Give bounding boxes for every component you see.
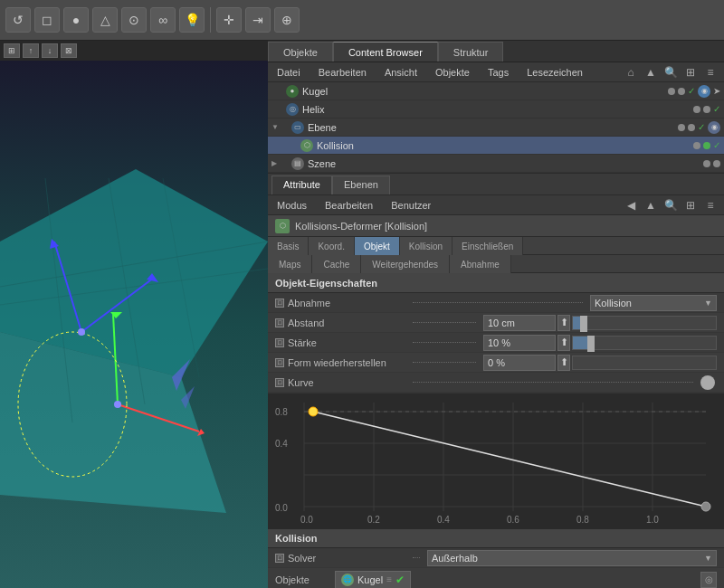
viewport[interactable]: ⊞ ↑ ↓ ⊠ bbox=[0, 41, 268, 588]
form-stepper[interactable]: ⬆ bbox=[557, 355, 570, 371]
tab-struktur[interactable]: Struktur bbox=[438, 42, 504, 62]
attr-nav-back[interactable]: ◀ bbox=[623, 198, 639, 213]
menu-bearbeiten[interactable]: Bearbeiten bbox=[315, 65, 370, 80]
kugel-object-tag[interactable]: 🌐 Kugel ≡ ✔ bbox=[335, 571, 411, 589]
ebene-dot2[interactable] bbox=[688, 124, 695, 131]
curve-canvas[interactable]: 0.8 0.4 0.0 0.0 0.2 0.4 0.6 0.8 1.0 bbox=[268, 393, 724, 528]
abstand-checkbox[interactable]: □ bbox=[275, 318, 284, 327]
toolbar-light-icon[interactable]: 💡 bbox=[179, 7, 205, 33]
helix-dot1[interactable] bbox=[693, 106, 700, 113]
menu-up-icon[interactable]: ▲ bbox=[643, 65, 659, 80]
attr-menu-modus[interactable]: Modus bbox=[273, 198, 310, 213]
form-slider[interactable] bbox=[572, 356, 717, 370]
staerke-checkbox[interactable]: □ bbox=[275, 338, 284, 347]
tab-attribute[interactable]: Attribute bbox=[272, 175, 332, 194]
solver-checkbox[interactable]: □ bbox=[275, 554, 284, 563]
prop-tab-objekt[interactable]: Objekt bbox=[355, 237, 400, 255]
toolbar-nav-icon[interactable]: ⊕ bbox=[274, 7, 300, 33]
abstand-input[interactable]: 10 cm bbox=[483, 315, 556, 331]
toolbar-move-icon[interactable]: ✛ bbox=[216, 7, 242, 33]
helix-dot2[interactable] bbox=[703, 106, 710, 113]
ebene-collapse-icon[interactable]: ▼ bbox=[272, 123, 279, 131]
ebene-check[interactable]: ✓ bbox=[698, 122, 705, 132]
attr-menu-benutzer[interactable]: Benutzer bbox=[387, 198, 434, 213]
obj-row-kugel[interactable]: ● Kugel ✓ ◉ ➤ bbox=[268, 82, 724, 100]
kollision-dot1[interactable] bbox=[693, 142, 700, 149]
tab-content-browser[interactable]: Content Browser bbox=[333, 42, 438, 62]
objekte-right-btn[interactable]: ◎ bbox=[700, 572, 717, 588]
attr-menu-icon[interactable]: ≡ bbox=[702, 198, 719, 213]
szene-dot1[interactable] bbox=[703, 160, 710, 167]
toolbar-obj-icon[interactable]: ◻ bbox=[34, 7, 60, 33]
kugel-check[interactable]: ✓ bbox=[688, 86, 695, 96]
szene-collapse-icon[interactable]: ▶ bbox=[272, 159, 279, 167]
obj-row-helix[interactable]: ◎ Helix ✓ bbox=[268, 100, 724, 119]
viewport-mode-btn[interactable]: ⊞ bbox=[4, 43, 20, 58]
attr-menu-bearbeiten[interactable]: Bearbeiten bbox=[321, 198, 376, 213]
attr-search-icon[interactable]: 🔍 bbox=[662, 198, 679, 213]
staerke-input[interactable]: 10 % bbox=[483, 335, 556, 351]
prop-tab-kollision[interactable]: Kollision bbox=[400, 237, 452, 255]
prop-row-kurve: □ Kurve bbox=[268, 373, 724, 393]
viewport-nav-down[interactable]: ↓ bbox=[42, 43, 58, 58]
toolbar-rotate-icon[interactable]: ↺ bbox=[5, 7, 31, 33]
toolbar-infinity-icon[interactable]: ∞ bbox=[150, 7, 176, 33]
obj-row-ebene[interactable]: ▼ ▭ Ebene ✓ ◉ bbox=[268, 119, 724, 137]
menu-search-icon[interactable]: 🔍 bbox=[662, 65, 679, 80]
form-input[interactable]: 0 % bbox=[483, 355, 556, 371]
form-checkbox[interactable]: □ bbox=[275, 358, 284, 367]
ebene-dot1[interactable] bbox=[678, 124, 685, 131]
szene-dot2[interactable] bbox=[713, 160, 720, 167]
toolbar-ball-icon[interactable]: ● bbox=[63, 7, 89, 33]
menu-ansicht[interactable]: Ansicht bbox=[381, 65, 421, 80]
abstand-slider[interactable] bbox=[572, 316, 717, 330]
viewport-expand[interactable]: ⊠ bbox=[61, 43, 77, 58]
sub-tab-weitergeh[interactable]: Weitergehendes bbox=[361, 255, 450, 273]
deformer-icon: ⬡ bbox=[275, 219, 290, 233]
sub-tab-abnahme[interactable]: Abnahme bbox=[450, 255, 511, 273]
kollision-check[interactable]: ✓ bbox=[713, 140, 720, 150]
menu-home-icon[interactable]: ⌂ bbox=[623, 65, 639, 80]
helix-check[interactable]: ✓ bbox=[713, 104, 720, 114]
prop-tab-koord[interactable]: Koord. bbox=[309, 237, 354, 255]
kugel-dot2[interactable] bbox=[678, 88, 685, 95]
tab-objekte[interactable]: Objekte bbox=[268, 42, 333, 62]
staerke-slider[interactable] bbox=[572, 336, 717, 350]
staerke-stepper[interactable]: ⬆ bbox=[557, 335, 570, 351]
attr-grid-icon[interactable]: ⊞ bbox=[682, 198, 699, 213]
objekt-eigenschaften-header: Objekt-Eigenschaften bbox=[268, 273, 724, 293]
menu-lesezeichen[interactable]: Lesezeichen bbox=[523, 65, 586, 80]
abstand-slider-handle[interactable] bbox=[580, 316, 587, 332]
obj-row-kollision[interactable]: ⬡ Kollision ✓ bbox=[268, 137, 724, 155]
menu-menu-icon[interactable]: ≡ bbox=[702, 65, 719, 80]
kurve-checkbox[interactable]: □ bbox=[275, 378, 284, 387]
tab-ebenen[interactable]: Ebenen bbox=[332, 175, 390, 194]
abnahme-checkbox[interactable]: □ bbox=[275, 299, 284, 308]
objekte-add-icon[interactable]: ◎ bbox=[700, 572, 717, 588]
toolbar-shape-icon[interactable]: △ bbox=[92, 7, 118, 33]
viewport-nav-up[interactable]: ↑ bbox=[23, 43, 39, 58]
sub-tab-maps[interactable]: Maps bbox=[268, 255, 312, 273]
menu-datei[interactable]: Datei bbox=[273, 65, 304, 80]
staerke-slider-handle[interactable] bbox=[587, 336, 595, 352]
toolbar-arrows-icon[interactable]: ⇥ bbox=[245, 7, 271, 33]
menu-tags[interactable]: Tags bbox=[484, 65, 512, 80]
kollision-dot2[interactable] bbox=[703, 142, 710, 149]
prop-tab-einschliessen[interactable]: Einschließen bbox=[452, 237, 523, 255]
attr-nav-up[interactable]: ▲ bbox=[643, 198, 659, 213]
solver-select[interactable]: Außerhalb ▼ bbox=[427, 550, 717, 566]
menu-objekte[interactable]: Objekte bbox=[432, 65, 473, 80]
abstand-stepper[interactable]: ⬆ bbox=[557, 315, 570, 331]
abnahme-select[interactable]: Kollision ▼ bbox=[590, 295, 717, 311]
kugel-dot1[interactable] bbox=[668, 88, 675, 95]
obj-row-szene[interactable]: ▶ ▤ Szene bbox=[268, 155, 724, 173]
toolbar-tube-icon[interactable]: ⊙ bbox=[121, 7, 147, 33]
staerke-dots bbox=[413, 342, 476, 343]
abnahme-dots bbox=[413, 302, 583, 303]
sub-tab-cache[interactable]: Cache bbox=[312, 255, 361, 273]
svg-point-33 bbox=[309, 407, 318, 416]
menu-grid-icon[interactable]: ⊞ bbox=[682, 65, 699, 80]
svg-text:0.8: 0.8 bbox=[275, 407, 288, 417]
kurve-start-handle[interactable] bbox=[700, 375, 715, 390]
prop-tab-basis[interactable]: Basis bbox=[268, 237, 309, 255]
